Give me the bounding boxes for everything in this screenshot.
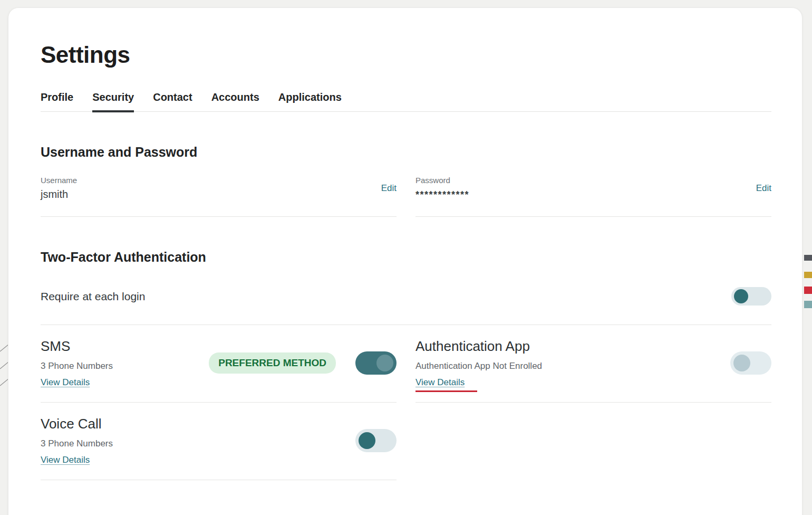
settings-card: Settings Profile Security Contact Accoun… — [8, 7, 803, 515]
methods-grid: SMS 3 Phone Numbers View Details PREFERR… — [41, 325, 771, 480]
background-bar-gold — [804, 272, 812, 278]
toggle-knob — [733, 355, 750, 371]
password-label: Password — [415, 176, 469, 185]
sms-view-details-link[interactable]: View Details — [41, 377, 90, 388]
password-value: ************ — [415, 189, 469, 201]
tab-security[interactable]: Security — [92, 91, 134, 112]
two-factor-heading: Two-Factor Authentication — [41, 250, 771, 265]
require-login-label: Require at each login — [41, 290, 145, 303]
sms-title: SMS — [41, 338, 209, 355]
voice-call-view-details-link[interactable]: View Details — [41, 455, 90, 465]
method-sms: SMS 3 Phone Numbers View Details PREFERR… — [41, 325, 397, 403]
require-login-toggle[interactable] — [731, 287, 771, 306]
section-two-factor: Two-Factor Authentication Require at eac… — [41, 250, 771, 480]
toggle-knob — [734, 289, 748, 303]
password-field-row: Password ************ Edit — [415, 160, 771, 217]
background-bar-dark — [804, 255, 812, 261]
username-field-row: Username jsmith Edit — [41, 160, 397, 217]
tab-profile[interactable]: Profile — [41, 91, 73, 111]
voice-call-toggle[interactable] — [355, 429, 397, 452]
preferred-method-badge: PREFERRED METHOD — [209, 352, 336, 374]
auth-app-subtitle: Authentication App Not Enrolled — [415, 361, 730, 371]
username-label: Username — [41, 176, 77, 185]
sms-toggle[interactable] — [355, 351, 397, 375]
toggle-knob — [376, 355, 393, 371]
password-edit-link[interactable]: Edit — [756, 183, 771, 194]
toggle-knob — [359, 432, 375, 449]
username-edit-link[interactable]: Edit — [381, 183, 397, 194]
background-diagonal-lines — [0, 340, 8, 393]
voice-call-title: Voice Call — [41, 416, 355, 432]
voice-call-subtitle: 3 Phone Numbers — [41, 438, 355, 449]
tab-applications[interactable]: Applications — [278, 91, 342, 111]
tab-accounts[interactable]: Accounts — [211, 91, 259, 111]
username-value: jsmith — [41, 188, 77, 201]
auth-app-view-details-link[interactable]: View Details — [415, 377, 465, 388]
auth-app-toggle[interactable] — [730, 351, 771, 375]
tab-contact[interactable]: Contact — [153, 91, 192, 111]
background-bar-teal — [804, 301, 812, 308]
sms-subtitle: 3 Phone Numbers — [41, 361, 209, 371]
method-authentication-app: Authentication App Authentication App No… — [415, 325, 771, 403]
auth-app-title: Authentication App — [415, 338, 730, 355]
settings-tabs: Profile Security Contact Accounts Applic… — [41, 91, 771, 112]
require-login-row: Require at each login — [41, 265, 771, 325]
page-title: Settings — [41, 42, 771, 68]
credentials-heading: Username and Password — [41, 145, 771, 160]
section-username-password: Username and Password Username jsmith Ed… — [41, 145, 771, 217]
method-voice-call: Voice Call 3 Phone Numbers View Details — [41, 403, 397, 480]
background-bar-red — [804, 287, 812, 294]
